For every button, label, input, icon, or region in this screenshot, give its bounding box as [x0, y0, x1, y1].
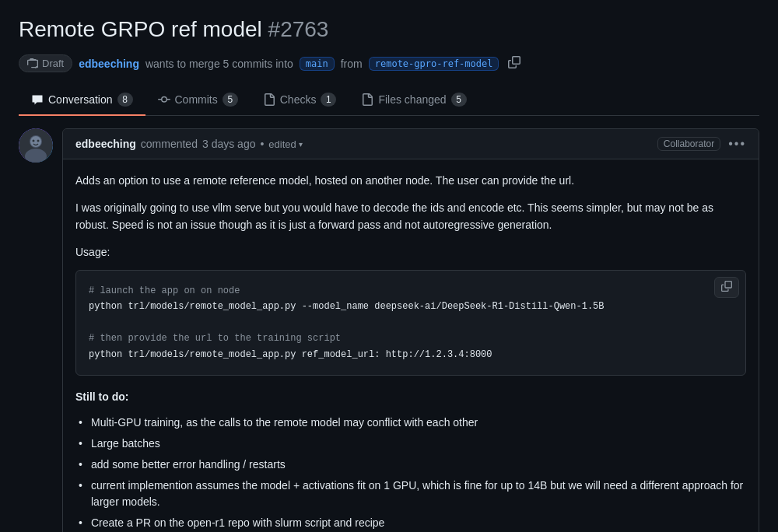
- todo-item-2: Large batches: [79, 436, 746, 452]
- tab-conversation-count: 8: [117, 93, 133, 107]
- draft-icon: [27, 58, 38, 69]
- meta-text: wants to merge 5 commits into: [145, 58, 293, 70]
- comment-action: commented: [141, 138, 198, 150]
- draft-label: Draft: [42, 58, 64, 69]
- code-line-1: python trl/models/remote_model_app.py --…: [89, 299, 733, 314]
- avatar[interactable]: [19, 128, 53, 163]
- comment-line-3: Usage:: [75, 243, 746, 261]
- more-menu-button[interactable]: •••: [728, 137, 746, 151]
- avatar-image: [19, 128, 53, 163]
- todo-item-4: current implemention assumes the model +…: [79, 478, 746, 510]
- tab-files-changed-label: Files changed: [378, 93, 446, 106]
- tab-commits[interactable]: Commits 5: [145, 85, 251, 116]
- tabs-container: Conversation 8 Commits 5 Checks 1 Files …: [19, 85, 759, 116]
- comment-author[interactable]: edbeeching: [75, 138, 136, 150]
- code-block: # launch the app on on node python trl/m…: [75, 270, 746, 376]
- comment-section: edbeeching commented 3 days ago • edited…: [19, 128, 759, 532]
- tab-checks[interactable]: Checks 1: [251, 85, 349, 116]
- code-line-2-comment: # then provide the url to the training s…: [89, 331, 733, 346]
- svg-point-5: [37, 140, 40, 142]
- still-todo: Still to do: Multi-GPU training, as the …: [75, 388, 746, 531]
- tab-checks-label: Checks: [280, 93, 317, 106]
- comment-header-right: Collaborator •••: [657, 137, 746, 151]
- from-text: from: [341, 58, 363, 70]
- checks-icon: [263, 93, 275, 106]
- copy-branch-icon[interactable]: [508, 56, 520, 71]
- comment-box: edbeeching commented 3 days ago • edited…: [62, 128, 759, 532]
- draft-badge: Draft: [19, 54, 72, 72]
- head-branch[interactable]: remote-gpro-ref-model: [369, 57, 499, 71]
- author-name[interactable]: edbeeching: [79, 58, 139, 70]
- comment-body: Adds an option to use a remote reference…: [63, 159, 759, 532]
- comment-edited[interactable]: edited ▾: [268, 138, 302, 150]
- collaborator-badge: Collaborator: [657, 137, 720, 151]
- pr-number: #2763: [268, 17, 329, 41]
- tab-files-changed[interactable]: Files changed 5: [349, 85, 478, 116]
- comment-separator: •: [260, 138, 264, 150]
- commits-icon: [158, 93, 170, 106]
- tab-conversation[interactable]: Conversation 8: [19, 85, 145, 116]
- conversation-icon: [31, 93, 44, 106]
- edited-chevron: ▾: [299, 140, 303, 149]
- comment-line-1: Adds an option to use a remote reference…: [75, 172, 746, 189]
- base-branch[interactable]: main: [300, 57, 335, 71]
- todo-item-3: add some better error handling / restart…: [79, 457, 746, 473]
- todo-item-1: Multi-GPU training, as the calls to the …: [79, 415, 746, 431]
- pr-title-text: Remote GRPO ref model: [19, 17, 262, 41]
- tab-conversation-label: Conversation: [48, 93, 113, 106]
- pr-title: Remote GRPO ref model #2763: [19, 16, 759, 44]
- tab-commits-label: Commits: [175, 93, 218, 106]
- comment-line-2: I was originally going to use vllm serve…: [75, 199, 746, 234]
- pr-meta: Draft edbeeching wants to merge 5 commit…: [19, 54, 759, 72]
- comment-header-left: edbeeching commented 3 days ago • edited…: [75, 138, 303, 150]
- content-area: edbeeching commented 3 days ago • edited…: [19, 116, 759, 532]
- tab-commits-count: 5: [223, 93, 238, 107]
- code-line-1-comment: # launch the app on on node: [89, 283, 733, 299]
- todo-item-5: Create a PR on the open-r1 repo with slu…: [79, 515, 746, 531]
- still-todo-title: Still to do:: [75, 388, 746, 405]
- page-container: Remote GRPO ref model #2763 Draft edbeec…: [0, 0, 778, 532]
- tab-checks-count: 1: [321, 93, 336, 107]
- comment-header: edbeeching commented 3 days ago • edited…: [63, 129, 759, 159]
- files-changed-icon: [361, 93, 373, 106]
- copy-code-button[interactable]: [714, 277, 739, 298]
- todo-list: Multi-GPU training, as the calls to the …: [75, 415, 746, 531]
- comment-time: 3 days ago: [202, 138, 256, 150]
- comment-wrapper: edbeeching commented 3 days ago • edited…: [19, 128, 759, 532]
- code-line-2: python trl/models/remote_model_app.py re…: [89, 347, 733, 362]
- tab-files-changed-count: 5: [451, 93, 467, 107]
- svg-point-4: [33, 140, 35, 142]
